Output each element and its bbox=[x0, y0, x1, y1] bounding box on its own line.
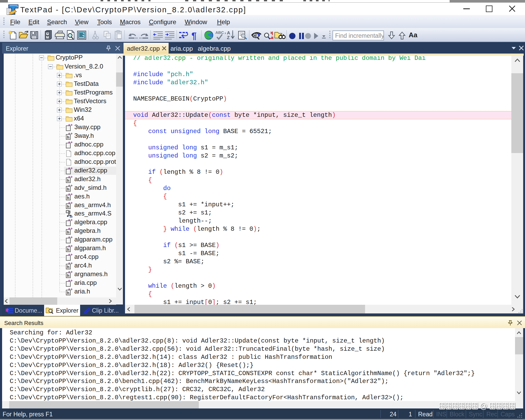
svg-text:h: h bbox=[67, 178, 69, 183]
svg-text:Z: Z bbox=[227, 35, 230, 40]
svg-text:h: h bbox=[67, 135, 69, 139]
svg-text:h: h bbox=[67, 291, 69, 295]
svg-text:h: h bbox=[67, 247, 69, 252]
svg-text:h: h bbox=[67, 187, 69, 191]
svg-text:ABC: ABC bbox=[215, 30, 224, 35]
svg-text:h: h bbox=[67, 265, 69, 269]
svg-text:@: @ bbox=[480, 402, 487, 410]
svg-text:h: h bbox=[67, 196, 69, 200]
svg-text:A: A bbox=[227, 30, 230, 35]
svg-text:h: h bbox=[67, 204, 69, 209]
svg-text:h: h bbox=[67, 230, 69, 234]
svg-text:h: h bbox=[67, 273, 69, 278]
